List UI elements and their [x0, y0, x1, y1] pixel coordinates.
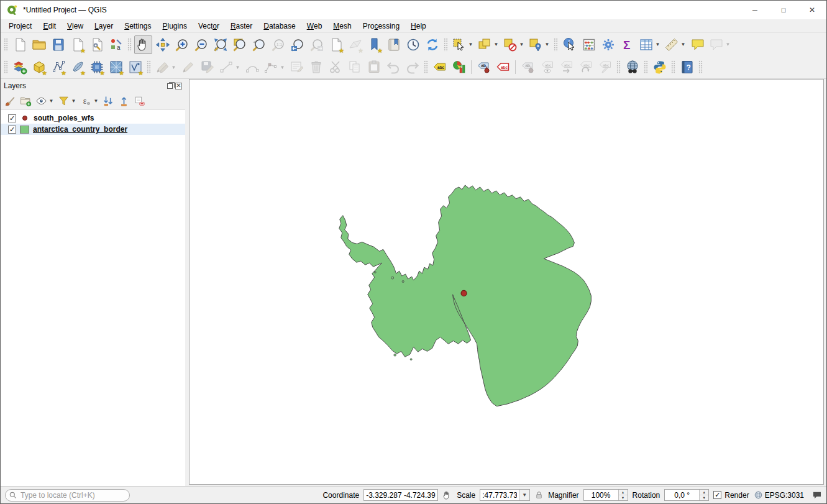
new-gpx-layer-button[interactable]: ★ [126, 58, 144, 76]
filter-legend-button[interactable]: ▼ [57, 94, 78, 109]
pan-map-button[interactable] [134, 35, 152, 54]
rotation-up-icon[interactable]: ▲ [700, 490, 708, 495]
menu-processing[interactable]: Processing [357, 19, 405, 32]
refresh-map-button[interactable] [423, 35, 441, 54]
new-shapefile-layer-button[interactable]: ★ [49, 58, 67, 76]
new-mesh-layer-button[interactable]: ★ [107, 58, 125, 76]
layer-diagram-options-button[interactable] [450, 58, 468, 76]
dropdown-arrow-icon[interactable]: ▼ [655, 42, 660, 47]
save-project-button[interactable] [49, 35, 67, 54]
add-group-button[interactable] [19, 94, 33, 109]
scale-dropdown-icon[interactable]: ▼ [519, 490, 529, 500]
temporal-controller-panel-button[interactable] [404, 35, 422, 54]
panel-close-icon[interactable]: ✕ [175, 83, 182, 89]
layer-checkbox[interactable]: ✓ [8, 114, 16, 122]
measure-line-button[interactable]: ▼ [663, 35, 687, 54]
dropdown-arrow-icon[interactable]: ▼ [171, 65, 176, 70]
toolbar-grip[interactable] [4, 38, 8, 52]
menu-view[interactable]: View [62, 19, 89, 32]
render-checkbox[interactable]: ✓ [713, 491, 721, 499]
menu-raster[interactable]: Raster [225, 19, 258, 32]
rotation-down-icon[interactable]: ▼ [700, 495, 708, 500]
magnifier-up-icon[interactable]: ▲ [619, 490, 628, 495]
open-attribute-table-button[interactable]: ▼ [637, 35, 662, 54]
dropdown-arrow-icon[interactable]: ▼ [544, 42, 550, 47]
menu-vector[interactable]: Vector [193, 19, 225, 32]
zoom-full-button[interactable] [211, 35, 229, 54]
coordinate-input[interactable] [364, 490, 437, 500]
new-print-layout-button[interactable]: ★ [68, 35, 86, 54]
style-manager-button[interactable] [107, 35, 125, 54]
toolbar-grip[interactable] [127, 38, 132, 52]
new-geopackage-layer-button[interactable]: ★ [30, 58, 48, 76]
menu-database[interactable]: Database [258, 19, 301, 32]
dropdown-arrow-icon[interactable]: ▼ [93, 98, 99, 104]
highlight-pinned-labels-button[interactable] [494, 58, 512, 76]
collapse-all-button[interactable] [117, 94, 131, 109]
field-calculator-button[interactable] [580, 35, 598, 54]
open-project-button[interactable] [30, 35, 48, 54]
dropdown-arrow-icon[interactable]: ▼ [48, 98, 54, 104]
pan-map-to-selection-button[interactable] [153, 35, 171, 54]
menu-edit[interactable]: Edit [37, 19, 62, 32]
menu-web[interactable]: Web [301, 19, 328, 32]
map-canvas[interactable] [190, 80, 823, 484]
new-spatial-bookmark-button[interactable]: ★ [365, 35, 383, 54]
select-features-button[interactable]: ▼ [450, 35, 475, 54]
lock-scale-icon[interactable] [534, 490, 544, 500]
dropdown-arrow-icon[interactable]: ▼ [493, 42, 499, 47]
rotation-input[interactable] [665, 490, 699, 500]
open-data-source-manager-button[interactable] [11, 58, 29, 76]
dropdown-arrow-icon[interactable]: ▼ [71, 98, 76, 104]
toolbar-grip[interactable] [424, 60, 428, 74]
new-map-view-button[interactable]: ★ [327, 35, 345, 54]
menu-project[interactable]: Project [3, 19, 37, 32]
dropdown-arrow-icon[interactable]: ▼ [725, 42, 731, 47]
layer-item-south_poles_wfs[interactable]: ✓south_poles_wfs [1, 112, 185, 124]
zoom-out-button[interactable] [192, 35, 210, 54]
dropdown-arrow-icon[interactable]: ▼ [280, 65, 285, 70]
python-console-button[interactable] [651, 58, 669, 76]
help-contents-button[interactable] [678, 58, 696, 76]
menu-settings[interactable]: Settings [119, 19, 157, 32]
show-spatial-bookmarks-button[interactable] [385, 35, 403, 54]
scale-input[interactable] [480, 490, 519, 500]
magnifier-down-icon[interactable]: ▼ [619, 495, 628, 500]
locator-input[interactable] [5, 489, 130, 502]
open-layer-styling-panel-button[interactable] [3, 94, 17, 109]
toolbar-grip[interactable] [147, 60, 151, 74]
layer-labeling-options-button[interactable] [431, 58, 449, 76]
toolbar-grip[interactable] [698, 60, 703, 74]
select-by-location-button[interactable]: ▼ [527, 35, 551, 54]
toolbar-grip[interactable] [671, 60, 675, 74]
magnifier-input[interactable] [584, 490, 618, 500]
deselect-features-button[interactable]: ▼ [501, 35, 526, 54]
zoom-to-selection-button[interactable] [231, 35, 249, 54]
toolbar-grip[interactable] [616, 60, 621, 74]
statistical-summary-button[interactable] [618, 35, 636, 54]
menu-layer[interactable]: Layer [89, 19, 119, 32]
layer-item-antarctica_country_border[interactable]: ✓antarctica_country_border [1, 124, 185, 135]
manage-map-themes-button[interactable]: ▼ [34, 94, 55, 109]
toolbar-grip[interactable] [644, 60, 648, 74]
zoom-in-button[interactable] [173, 35, 191, 54]
dropdown-arrow-icon[interactable]: ▼ [235, 65, 240, 70]
map-tips-button[interactable] [688, 35, 706, 54]
run-feature-action-button[interactable] [599, 35, 617, 54]
metasearch-button[interactable] [623, 58, 641, 76]
toolbar-grip[interactable] [554, 38, 558, 52]
layer-checkbox[interactable]: ✓ [8, 126, 16, 134]
show-layout-manager-button[interactable] [88, 35, 106, 54]
maximize-button[interactable]: □ [769, 1, 798, 19]
south-pole-point[interactable] [461, 290, 467, 296]
mouse-position-icon[interactable] [442, 490, 452, 500]
identify-features-button[interactable] [560, 35, 578, 54]
menu-mesh[interactable]: Mesh [327, 19, 357, 32]
panel-float-icon[interactable] [167, 83, 173, 89]
expand-all-button[interactable] [101, 94, 116, 109]
select-features-by-value-button[interactable]: ▼ [476, 35, 500, 54]
menu-plugins[interactable]: Plugins [157, 19, 193, 32]
new-spatialite-layer-button[interactable]: ★ [68, 58, 86, 76]
minimize-button[interactable]: ─ [741, 1, 769, 19]
toolbar-grip[interactable] [4, 60, 8, 74]
